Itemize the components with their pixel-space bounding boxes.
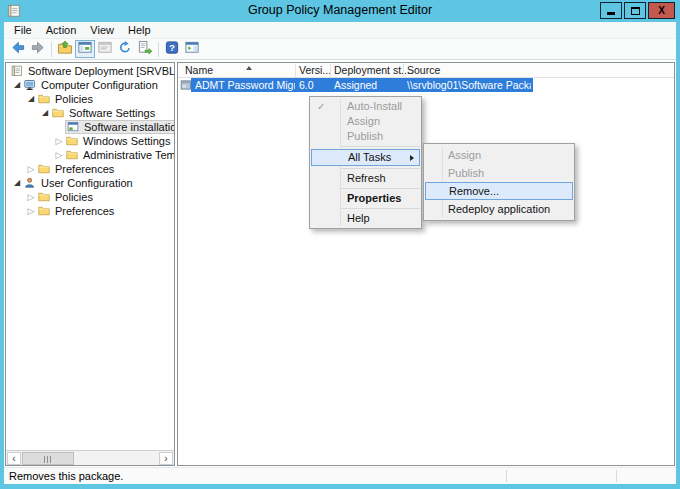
menu-item-label: Assign	[347, 115, 380, 127]
window: Group Policy Management Editor X FileAct…	[0, 0, 680, 489]
folder-icon	[37, 93, 53, 105]
properties-button[interactable]	[95, 40, 115, 58]
chevron-right-icon: ›	[164, 454, 167, 464]
export-list-button[interactable]	[135, 40, 155, 58]
scrollbar-thumb[interactable]	[22, 452, 74, 465]
refresh-button[interactable]	[115, 40, 135, 58]
cell-source: \\srvblog01\Software Packages\e...	[407, 78, 531, 92]
menu-item-auto-install[interactable]: ✓Auto-Install	[310, 99, 421, 114]
tree-item-label: Administrative Templates	[81, 149, 174, 162]
menu-file[interactable]: File	[7, 22, 39, 38]
tree-item-user-configuration[interactable]: ◢User Configuration	[6, 176, 174, 190]
close-button[interactable]: X	[648, 2, 675, 19]
menu-item-publish[interactable]: Publish	[424, 164, 574, 182]
maximize-button[interactable]	[624, 2, 646, 19]
tree-expander-icon[interactable]: ▷	[25, 190, 37, 204]
back-button[interactable]	[8, 40, 28, 58]
tree-item-preferences[interactable]: ▷Preferences	[6, 162, 174, 176]
folder-icon	[37, 163, 53, 175]
column-header-name[interactable]: Name	[185, 63, 213, 77]
menu-separator	[341, 146, 420, 147]
column-divider[interactable]	[330, 64, 331, 77]
menu-item-assign[interactable]: Assign	[310, 114, 421, 129]
tree-expander-icon[interactable]: ◢	[39, 106, 51, 120]
tree-expander-icon[interactable]: ▷	[53, 148, 65, 162]
help-button[interactable]: ?	[162, 40, 182, 58]
menu-item-label: Assign	[448, 149, 481, 161]
column-divider[interactable]	[403, 64, 404, 77]
tree-expander-icon[interactable]: ▷	[25, 204, 37, 218]
window-controls: X	[600, 2, 675, 19]
minimize-icon	[607, 12, 615, 15]
up-one-level-button[interactable]	[55, 40, 75, 58]
menu-item-refresh[interactable]: Refresh	[310, 171, 421, 186]
console-tree: Software Deployment [SRVBLOG01.T◢Compute…	[6, 64, 174, 218]
forward-icon	[30, 40, 46, 59]
menu-item-properties[interactable]: Properties	[310, 191, 421, 206]
column-divider[interactable]	[295, 64, 296, 77]
toolbar-separator	[51, 42, 52, 57]
tree-expander-icon[interactable]: ▷	[53, 134, 65, 148]
computer-icon	[23, 79, 39, 91]
menu-item-label: Properties	[347, 192, 401, 204]
package-icon	[180, 79, 192, 93]
tree-item-administrative-templates[interactable]: ▷Administrative Templates	[6, 148, 174, 162]
console-tree-icon	[77, 40, 93, 59]
window-title: Group Policy Management Editor	[0, 3, 680, 17]
tree-item-label: Policies	[53, 191, 95, 204]
scroll-left-button[interactable]: ‹	[7, 452, 21, 465]
statusbar-divider	[506, 470, 507, 482]
menu-separator	[341, 168, 420, 169]
tree-item-label: Software Deployment [SRVBLOG01.T	[26, 65, 174, 78]
menu-item-publish[interactable]: Publish	[310, 129, 421, 144]
menu-action[interactable]: Action	[39, 22, 84, 38]
tree-item-computer-configuration[interactable]: ◢Computer Configuration	[6, 78, 174, 92]
tree-item-software-deployment-srvblog01-t[interactable]: Software Deployment [SRVBLOG01.T	[6, 64, 174, 78]
titlebar[interactable]: Group Policy Management Editor X	[0, 0, 680, 22]
show-console-tree-button[interactable]	[75, 40, 95, 58]
tree-horizontal-scrollbar[interactable]: ‹ ›	[6, 450, 174, 465]
list-header: NameVersi...Deployment st...Source	[178, 63, 674, 78]
menu-item-label: Redeploy application	[448, 203, 550, 215]
menu-view[interactable]: View	[83, 22, 121, 38]
forward-button[interactable]	[28, 40, 48, 58]
checkmark-icon: ✓	[317, 99, 325, 114]
show-action-pane-button[interactable]	[182, 40, 202, 58]
tree-item-label: Software installation	[82, 121, 174, 134]
tree-expander-icon[interactable]: ◢	[11, 78, 23, 92]
menu-item-redeploy-application[interactable]: Redeploy application	[424, 200, 574, 218]
menu-help[interactable]: Help	[121, 22, 158, 38]
table-row[interactable]: ADMT Password Migr...6.0Assigned\\srvblo…	[178, 78, 674, 92]
menu-item-all-tasks[interactable]: All Tasks	[311, 149, 420, 166]
menu-item-assign[interactable]: Assign	[424, 146, 574, 164]
close-icon: X	[658, 6, 665, 16]
tree-item-policies[interactable]: ◢Policies	[6, 92, 174, 106]
folder-icon	[65, 135, 81, 147]
tree-item-preferences[interactable]: ▷Preferences	[6, 204, 174, 218]
menu-item-remove[interactable]: Remove...	[425, 182, 573, 200]
tree-item-software-installation[interactable]: Software installation	[6, 120, 174, 134]
tree-item-label: Preferences	[53, 163, 116, 176]
all-tasks-submenu: AssignPublishRemove...Redeploy applicati…	[423, 143, 575, 221]
tree-expander-icon[interactable]: ◢	[11, 176, 23, 190]
menu-item-label: Refresh	[347, 172, 386, 184]
column-header-source[interactable]: Source	[407, 63, 440, 77]
gpo-scroll-icon	[10, 65, 26, 77]
tree-item-policies[interactable]: ▷Policies	[6, 190, 174, 204]
toolbar: ?	[4, 39, 676, 60]
tree-item-label: Software Settings	[67, 107, 157, 120]
scroll-right-button[interactable]: ›	[159, 452, 173, 465]
tree-item-software-settings[interactable]: ◢Software Settings	[6, 106, 174, 120]
up-level-icon	[57, 40, 73, 59]
help-icon: ?	[164, 40, 180, 59]
column-header-versi[interactable]: Versi...	[299, 63, 331, 77]
menu-item-help[interactable]: Help	[310, 211, 421, 226]
tree-expander-icon[interactable]: ▷	[25, 162, 37, 176]
tree-item-windows-settings[interactable]: ▷Windows Settings	[6, 134, 174, 148]
column-header-deployment-st[interactable]: Deployment st...	[334, 63, 410, 77]
status-text: Removes this package.	[9, 470, 123, 482]
submenu-arrow-icon	[410, 155, 414, 161]
minimize-button[interactable]	[600, 2, 622, 19]
tree-expander-icon[interactable]: ◢	[25, 92, 37, 106]
cell-version: 6.0	[299, 78, 314, 92]
